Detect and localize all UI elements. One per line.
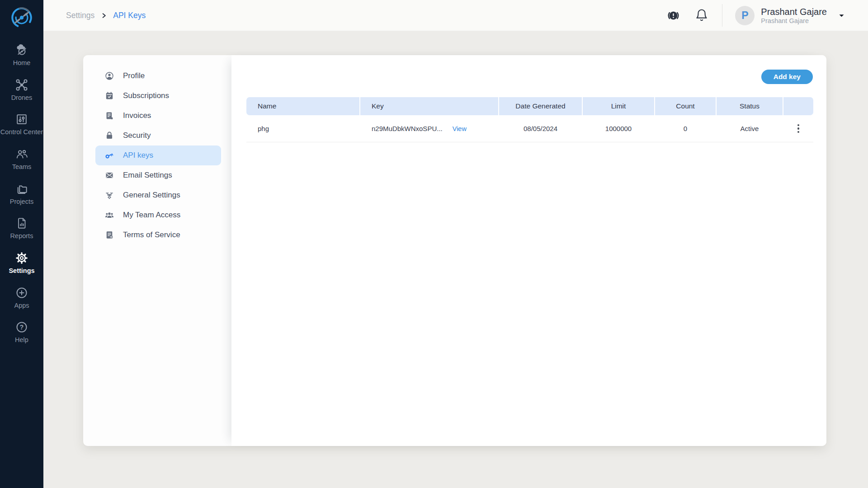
avatar[interactable]: P: [735, 6, 755, 25]
projects-folder-icon: [15, 182, 28, 196]
general-settings-drone-gear-icon: [104, 190, 114, 200]
sidebar-item-label: Home: [13, 59, 31, 67]
settings-nav-invoices[interactable]: Invoices: [83, 106, 231, 126]
topbar-right: P Prashant Gajare Prashant Gajare: [666, 4, 845, 27]
column-header-key: Key: [360, 97, 498, 115]
invoices-receipt-icon: [104, 111, 114, 121]
api-keys-table: Name Key Date Generated Limit Count Stat…: [246, 97, 813, 142]
column-header-limit: Limit: [583, 97, 654, 115]
team-access-group-icon: [104, 210, 114, 220]
sidebar-item-label: Help: [15, 336, 28, 344]
bell-icon[interactable]: [695, 9, 708, 22]
column-header-date-generated: Date Generated: [499, 97, 582, 115]
sidebar-item-label: Apps: [14, 302, 29, 310]
sidebar-nav: Home Drones: [0, 43, 43, 355]
user-name: Prashant Gajare: [761, 7, 827, 17]
teams-people-icon: [15, 147, 28, 161]
sidebar-item-apps[interactable]: Apps: [0, 286, 43, 310]
sidebar-item-label: Teams: [12, 163, 32, 171]
settings-nav-label: My Team Access: [123, 211, 180, 220]
sidebar-item-label: Drones: [11, 94, 33, 102]
main-sidebar: Home Drones: [0, 0, 43, 488]
breadcrumb: Settings API Keys: [66, 11, 146, 20]
sidebar-item-reports[interactable]: Reports: [0, 216, 43, 240]
column-header-actions: [783, 97, 813, 115]
gear-icon: [15, 251, 28, 265]
settings-nav-label: Profile: [123, 71, 145, 80]
sidebar-item-help[interactable]: ? Help: [0, 320, 43, 344]
app-logo[interactable]: [8, 4, 36, 32]
security-lock-icon: [104, 131, 114, 141]
drone-quadcopter-icon: [15, 78, 28, 92]
subscriptions-calendar-icon: [104, 91, 114, 101]
chevron-right-icon: [100, 12, 107, 19]
cell-key: n29MuDbkWNxoSPU... View: [360, 125, 498, 132]
settings-nav-label: Subscriptions: [123, 91, 169, 100]
content-area: Profile Subscriptions: [43, 31, 868, 488]
topbar-divider: [722, 4, 722, 27]
sidebar-item-teams[interactable]: Teams: [0, 147, 43, 171]
user-menu[interactable]: Prashant Gajare Prashant Gajare: [761, 7, 827, 24]
sidebar-item-label: Reports: [10, 232, 33, 240]
settings-nav-label: Invoices: [123, 111, 151, 120]
settings-nav: Profile Subscriptions: [83, 55, 231, 245]
breadcrumb-settings-link[interactable]: Settings: [66, 11, 94, 20]
terms-document-check-icon: [104, 230, 114, 240]
cell-status: Active: [717, 125, 783, 132]
svg-text:?: ?: [20, 324, 24, 331]
settings-nav-subscriptions[interactable]: Subscriptions: [83, 86, 231, 106]
sidebar-item-settings[interactable]: Settings: [0, 251, 43, 275]
row-actions-menu-icon[interactable]: [795, 122, 802, 136]
settings-nav-api-keys[interactable]: API keys: [95, 145, 221, 165]
table-header-row: Name Key Date Generated Limit Count Stat…: [246, 97, 813, 115]
cell-date-generated: 08/05/2024: [499, 125, 582, 132]
settings-nav-label: Terms of Service: [123, 230, 180, 239]
cell-name: phg: [246, 125, 359, 132]
sidebar-item-label: Control Center: [0, 128, 43, 136]
add-key-button[interactable]: Add key: [761, 70, 813, 84]
cell-limit: 1000000: [583, 125, 654, 132]
settings-card: Profile Subscriptions: [83, 55, 826, 446]
settings-nav-security[interactable]: Security: [83, 126, 231, 145]
help-question-circle-icon: ?: [15, 320, 28, 334]
sidebar-item-label: Settings: [9, 267, 34, 275]
alert-icon[interactable]: [666, 9, 680, 23]
api-key-icon: [104, 150, 114, 160]
table-row: phg n29MuDbkWNxoSPU... View 08/05/2024 1…: [246, 115, 813, 142]
drone-propeller-logo-icon: [8, 4, 36, 32]
topbar: Settings API Keys P Prashant Gajare: [43, 0, 868, 31]
column-header-status: Status: [717, 97, 783, 115]
settings-nav-label: API keys: [123, 151, 153, 160]
control-sliders-icon: [15, 113, 28, 126]
reports-document-icon: [15, 216, 28, 230]
api-keys-panel: Add key Name Key Date Generated Limit Co…: [231, 55, 826, 446]
settings-nav-profile[interactable]: Profile: [83, 66, 231, 86]
settings-nav-terms-of-service[interactable]: Terms of Service: [83, 225, 231, 245]
cell-count: 0: [655, 125, 716, 132]
user-menu-caret[interactable]: [838, 12, 845, 19]
sidebar-item-label: Projects: [10, 198, 33, 206]
view-key-link[interactable]: View: [453, 125, 467, 132]
column-header-count: Count: [655, 97, 716, 115]
settings-nav-label: Security: [123, 131, 151, 140]
api-key-value: n29MuDbkWNxoSPU...: [372, 125, 443, 132]
home-drone-icon: [15, 43, 28, 57]
sidebar-item-projects[interactable]: Projects: [0, 182, 43, 206]
email-envelope-icon: [104, 170, 114, 180]
breadcrumb-api-keys-current[interactable]: API Keys: [113, 11, 146, 20]
settings-nav-email-settings[interactable]: Email Settings: [83, 165, 231, 185]
settings-nav-my-team-access[interactable]: My Team Access: [83, 205, 231, 225]
profile-person-icon: [104, 71, 114, 81]
user-subtitle: Prashant Gajare: [761, 17, 827, 24]
sidebar-item-home[interactable]: Home: [0, 43, 43, 67]
settings-nav-general-settings[interactable]: General Settings: [83, 185, 231, 205]
apps-plus-circle-icon: [15, 286, 28, 300]
chevron-down-icon: [838, 12, 845, 19]
settings-nav-label: Email Settings: [123, 171, 172, 180]
sidebar-item-drones[interactable]: Drones: [0, 78, 43, 102]
sidebar-item-control-center[interactable]: Control Center: [0, 113, 43, 136]
column-header-name: Name: [246, 97, 359, 115]
cell-actions: [783, 122, 813, 136]
settings-nav-label: General Settings: [123, 191, 180, 200]
